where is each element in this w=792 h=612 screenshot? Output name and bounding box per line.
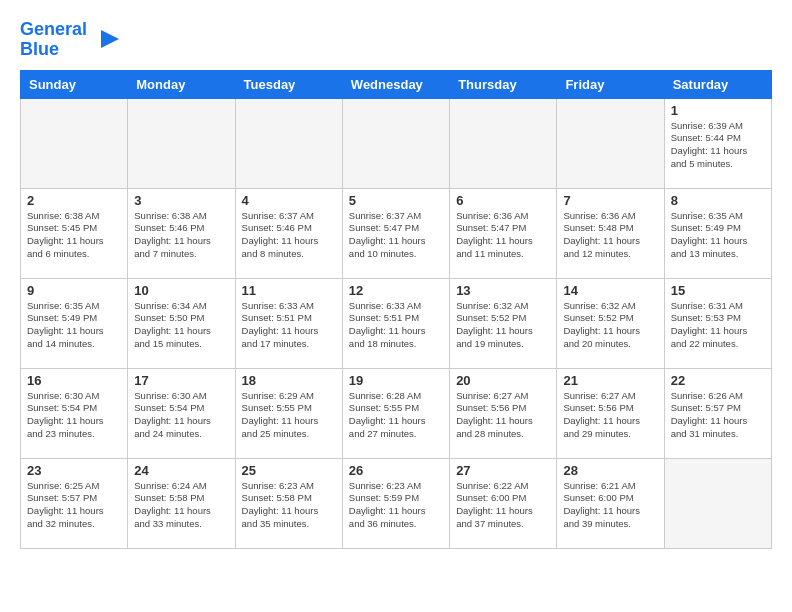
day-number: 27: [456, 463, 550, 478]
day-info: Sunrise: 6:33 AM Sunset: 5:51 PM Dayligh…: [242, 300, 336, 351]
day-info: Sunrise: 6:27 AM Sunset: 5:56 PM Dayligh…: [456, 390, 550, 441]
day-info: Sunrise: 6:36 AM Sunset: 5:48 PM Dayligh…: [563, 210, 657, 261]
day-number: 15: [671, 283, 765, 298]
calendar-table: SundayMondayTuesdayWednesdayThursdayFrid…: [20, 70, 772, 549]
day-number: 8: [671, 193, 765, 208]
day-info: Sunrise: 6:33 AM Sunset: 5:51 PM Dayligh…: [349, 300, 443, 351]
day-number: 16: [27, 373, 121, 388]
day-number: 1: [671, 103, 765, 118]
day-info: Sunrise: 6:21 AM Sunset: 6:00 PM Dayligh…: [563, 480, 657, 531]
day-info: Sunrise: 6:39 AM Sunset: 5:44 PM Dayligh…: [671, 120, 765, 171]
calendar-cell: [450, 98, 557, 188]
calendar-cell: 14Sunrise: 6:32 AM Sunset: 5:52 PM Dayli…: [557, 278, 664, 368]
calendar-cell: 25Sunrise: 6:23 AM Sunset: 5:58 PM Dayli…: [235, 458, 342, 548]
day-number: 12: [349, 283, 443, 298]
day-number: 13: [456, 283, 550, 298]
calendar-cell: 21Sunrise: 6:27 AM Sunset: 5:56 PM Dayli…: [557, 368, 664, 458]
weekday-header-thursday: Thursday: [450, 70, 557, 98]
day-number: 14: [563, 283, 657, 298]
day-info: Sunrise: 6:30 AM Sunset: 5:54 PM Dayligh…: [27, 390, 121, 441]
day-info: Sunrise: 6:35 AM Sunset: 5:49 PM Dayligh…: [27, 300, 121, 351]
logo-general: General: [20, 19, 87, 39]
calendar-cell: 2Sunrise: 6:38 AM Sunset: 5:45 PM Daylig…: [21, 188, 128, 278]
day-info: Sunrise: 6:36 AM Sunset: 5:47 PM Dayligh…: [456, 210, 550, 261]
calendar-week-2: 2Sunrise: 6:38 AM Sunset: 5:45 PM Daylig…: [21, 188, 772, 278]
calendar-cell: 10Sunrise: 6:34 AM Sunset: 5:50 PM Dayli…: [128, 278, 235, 368]
day-number: 10: [134, 283, 228, 298]
calendar-cell: 1Sunrise: 6:39 AM Sunset: 5:44 PM Daylig…: [664, 98, 771, 188]
calendar-cell: [21, 98, 128, 188]
day-info: Sunrise: 6:29 AM Sunset: 5:55 PM Dayligh…: [242, 390, 336, 441]
calendar-week-1: 1Sunrise: 6:39 AM Sunset: 5:44 PM Daylig…: [21, 98, 772, 188]
calendar-cell: 13Sunrise: 6:32 AM Sunset: 5:52 PM Dayli…: [450, 278, 557, 368]
calendar-cell: 16Sunrise: 6:30 AM Sunset: 5:54 PM Dayli…: [21, 368, 128, 458]
calendar-cell: 5Sunrise: 6:37 AM Sunset: 5:47 PM Daylig…: [342, 188, 449, 278]
calendar-cell: 17Sunrise: 6:30 AM Sunset: 5:54 PM Dayli…: [128, 368, 235, 458]
calendar-cell: [128, 98, 235, 188]
day-number: 3: [134, 193, 228, 208]
calendar-cell: [664, 458, 771, 548]
svg-marker-0: [101, 30, 119, 48]
day-info: Sunrise: 6:24 AM Sunset: 5:58 PM Dayligh…: [134, 480, 228, 531]
calendar-cell: 7Sunrise: 6:36 AM Sunset: 5:48 PM Daylig…: [557, 188, 664, 278]
calendar-cell: 22Sunrise: 6:26 AM Sunset: 5:57 PM Dayli…: [664, 368, 771, 458]
day-info: Sunrise: 6:32 AM Sunset: 5:52 PM Dayligh…: [563, 300, 657, 351]
day-info: Sunrise: 6:37 AM Sunset: 5:46 PM Dayligh…: [242, 210, 336, 261]
calendar-cell: 24Sunrise: 6:24 AM Sunset: 5:58 PM Dayli…: [128, 458, 235, 548]
day-info: Sunrise: 6:37 AM Sunset: 5:47 PM Dayligh…: [349, 210, 443, 261]
weekday-header-friday: Friday: [557, 70, 664, 98]
calendar-cell: 18Sunrise: 6:29 AM Sunset: 5:55 PM Dayli…: [235, 368, 342, 458]
calendar-cell: 15Sunrise: 6:31 AM Sunset: 5:53 PM Dayli…: [664, 278, 771, 368]
day-number: 6: [456, 193, 550, 208]
calendar-cell: 3Sunrise: 6:38 AM Sunset: 5:46 PM Daylig…: [128, 188, 235, 278]
day-number: 19: [349, 373, 443, 388]
day-info: Sunrise: 6:38 AM Sunset: 5:46 PM Dayligh…: [134, 210, 228, 261]
weekday-header-row: SundayMondayTuesdayWednesdayThursdayFrid…: [21, 70, 772, 98]
day-number: 21: [563, 373, 657, 388]
weekday-header-tuesday: Tuesday: [235, 70, 342, 98]
calendar-cell: [235, 98, 342, 188]
calendar-cell: 11Sunrise: 6:33 AM Sunset: 5:51 PM Dayli…: [235, 278, 342, 368]
weekday-header-wednesday: Wednesday: [342, 70, 449, 98]
day-number: 11: [242, 283, 336, 298]
day-number: 17: [134, 373, 228, 388]
day-number: 26: [349, 463, 443, 478]
calendar-cell: 6Sunrise: 6:36 AM Sunset: 5:47 PM Daylig…: [450, 188, 557, 278]
calendar-cell: 8Sunrise: 6:35 AM Sunset: 5:49 PM Daylig…: [664, 188, 771, 278]
day-number: 2: [27, 193, 121, 208]
day-info: Sunrise: 6:22 AM Sunset: 6:00 PM Dayligh…: [456, 480, 550, 531]
calendar-cell: 28Sunrise: 6:21 AM Sunset: 6:00 PM Dayli…: [557, 458, 664, 548]
logo: General Blue: [20, 20, 121, 60]
weekday-header-monday: Monday: [128, 70, 235, 98]
day-number: 22: [671, 373, 765, 388]
calendar-week-5: 23Sunrise: 6:25 AM Sunset: 5:57 PM Dayli…: [21, 458, 772, 548]
day-info: Sunrise: 6:34 AM Sunset: 5:50 PM Dayligh…: [134, 300, 228, 351]
calendar-cell: 19Sunrise: 6:28 AM Sunset: 5:55 PM Dayli…: [342, 368, 449, 458]
calendar-week-4: 16Sunrise: 6:30 AM Sunset: 5:54 PM Dayli…: [21, 368, 772, 458]
day-info: Sunrise: 6:26 AM Sunset: 5:57 PM Dayligh…: [671, 390, 765, 441]
day-info: Sunrise: 6:23 AM Sunset: 5:58 PM Dayligh…: [242, 480, 336, 531]
logo-icon: [91, 25, 121, 55]
calendar-cell: 12Sunrise: 6:33 AM Sunset: 5:51 PM Dayli…: [342, 278, 449, 368]
day-number: 25: [242, 463, 336, 478]
calendar-cell: [557, 98, 664, 188]
day-info: Sunrise: 6:25 AM Sunset: 5:57 PM Dayligh…: [27, 480, 121, 531]
day-number: 4: [242, 193, 336, 208]
day-info: Sunrise: 6:30 AM Sunset: 5:54 PM Dayligh…: [134, 390, 228, 441]
weekday-header-sunday: Sunday: [21, 70, 128, 98]
day-info: Sunrise: 6:31 AM Sunset: 5:53 PM Dayligh…: [671, 300, 765, 351]
calendar-week-3: 9Sunrise: 6:35 AM Sunset: 5:49 PM Daylig…: [21, 278, 772, 368]
page-header: General Blue: [20, 20, 772, 60]
calendar-body: 1Sunrise: 6:39 AM Sunset: 5:44 PM Daylig…: [21, 98, 772, 548]
calendar-cell: 23Sunrise: 6:25 AM Sunset: 5:57 PM Dayli…: [21, 458, 128, 548]
logo-blue: Blue: [20, 39, 59, 59]
calendar-cell: 26Sunrise: 6:23 AM Sunset: 5:59 PM Dayli…: [342, 458, 449, 548]
calendar-cell: [342, 98, 449, 188]
calendar-cell: 4Sunrise: 6:37 AM Sunset: 5:46 PM Daylig…: [235, 188, 342, 278]
day-info: Sunrise: 6:23 AM Sunset: 5:59 PM Dayligh…: [349, 480, 443, 531]
calendar-cell: 9Sunrise: 6:35 AM Sunset: 5:49 PM Daylig…: [21, 278, 128, 368]
day-number: 24: [134, 463, 228, 478]
day-info: Sunrise: 6:28 AM Sunset: 5:55 PM Dayligh…: [349, 390, 443, 441]
day-info: Sunrise: 6:38 AM Sunset: 5:45 PM Dayligh…: [27, 210, 121, 261]
day-number: 20: [456, 373, 550, 388]
